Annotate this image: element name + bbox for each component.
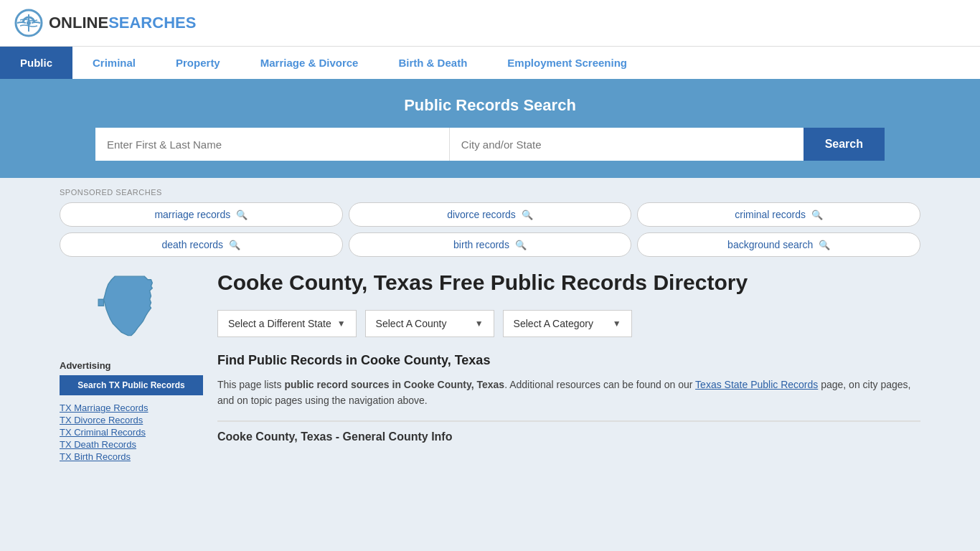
- page-title: Cooke County, Texas Free Public Records …: [217, 270, 920, 296]
- nav-property[interactable]: Property: [156, 47, 240, 79]
- category-dropdown-label: Select A Category: [514, 318, 593, 329]
- sidebar-link-marriage[interactable]: TX Marriage Records: [60, 402, 203, 413]
- find-text-part2: . Additional resources can be found on o…: [504, 379, 695, 390]
- sponsored-criminal[interactable]: criminal records 🔍: [637, 202, 920, 227]
- dropdowns-row: Select a Different State ▼ Select A Coun…: [217, 310, 920, 337]
- nav-birth-death[interactable]: Birth & Death: [378, 47, 487, 79]
- hero-section: Public Records Search Search: [0, 79, 980, 178]
- sponsored-birth-label: birth records: [453, 239, 509, 250]
- sidebar-links: TX Marriage Records TX Divorce Records T…: [60, 402, 203, 462]
- sidebar-ad-button[interactable]: Search TX Public Records: [60, 375, 203, 395]
- category-dropdown[interactable]: Select A Category ▼: [503, 310, 632, 337]
- hero-title: Public Records Search: [14, 96, 966, 115]
- search-bar: Search: [95, 128, 885, 161]
- sponsored-death-label: death records: [162, 239, 224, 250]
- advertising-label: Advertising: [60, 360, 203, 371]
- find-records-text: This page lists public record sources in…: [217, 377, 920, 409]
- nav-employment[interactable]: Employment Screening: [487, 47, 647, 79]
- sidebar-link-birth[interactable]: TX Birth Records: [60, 451, 203, 462]
- logo-online: ONLINE: [49, 14, 108, 32]
- search-icon-5: 🔍: [515, 240, 527, 250]
- state-dropdown[interactable]: Select a Different State ▼: [217, 310, 357, 337]
- sponsored-background[interactable]: background search 🔍: [637, 232, 920, 257]
- state-dropdown-label: Select a Different State: [228, 318, 331, 329]
- sponsored-divorce-label: divorce records: [447, 209, 516, 220]
- sponsored-background-label: background search: [727, 239, 813, 250]
- main-content: Cooke County, Texas Free Public Records …: [217, 270, 920, 462]
- sidebar: Advertising Search TX Public Records TX …: [60, 270, 203, 462]
- search-icon-3: 🔍: [811, 209, 823, 220]
- sponsored-divorce[interactable]: divorce records 🔍: [349, 202, 632, 227]
- search-icon-4: 🔍: [229, 240, 240, 250]
- svg-point-2: [27, 21, 31, 25]
- sponsored-label: SPONSORED SEARCHES: [60, 188, 920, 197]
- search-icon-2: 🔍: [522, 209, 533, 220]
- sponsored-birth[interactable]: birth records 🔍: [349, 232, 632, 257]
- main-wrapper: SPONSORED SEARCHES marriage records 🔍 di…: [45, 188, 935, 462]
- content-layout: Advertising Search TX Public Records TX …: [60, 270, 920, 462]
- find-text-part1: This page lists: [217, 379, 284, 390]
- county-dropdown-label: Select A County: [376, 318, 447, 329]
- logo[interactable]: ONLINESEARCHES: [14, 9, 196, 37]
- site-header: ONLINESEARCHES: [0, 0, 980, 46]
- find-records-title: Find Public Records in Cooke County, Tex…: [217, 353, 920, 368]
- logo-icon: [14, 9, 43, 37]
- general-info-header: Cooke County, Texas - General County Inf…: [217, 420, 920, 443]
- sidebar-link-criminal[interactable]: TX Criminal Records: [60, 427, 203, 438]
- nav-criminal[interactable]: Criminal: [72, 47, 156, 79]
- sidebar-link-divorce[interactable]: TX Divorce Records: [60, 415, 203, 425]
- texas-map-svg: [92, 270, 171, 349]
- search-icon-6: 🔍: [819, 240, 830, 250]
- county-dropdown-arrow: ▼: [475, 319, 484, 329]
- name-input[interactable]: [95, 128, 450, 161]
- sponsored-grid: marriage records 🔍 divorce records 🔍 cri…: [60, 202, 920, 257]
- nav-marriage-divorce[interactable]: Marriage & Divorce: [240, 47, 379, 79]
- find-text-bold: public record sources in Cooke County, T…: [284, 379, 504, 390]
- sponsored-criminal-label: criminal records: [735, 209, 806, 220]
- location-input[interactable]: [450, 128, 804, 161]
- main-nav: Public Criminal Property Marriage & Divo…: [0, 46, 980, 79]
- category-dropdown-arrow: ▼: [613, 319, 621, 329]
- sponsored-marriage-label: marriage records: [154, 209, 230, 220]
- logo-text: ONLINESEARCHES: [49, 14, 196, 32]
- sponsored-death[interactable]: death records 🔍: [60, 232, 343, 257]
- logo-searches: SEARCHES: [108, 14, 196, 32]
- sidebar-link-death[interactable]: TX Death Records: [60, 439, 203, 450]
- nav-public[interactable]: Public: [0, 47, 72, 79]
- search-button[interactable]: Search: [804, 128, 885, 161]
- texas-state-link[interactable]: Texas State Public Records: [695, 379, 818, 390]
- texas-map: [60, 270, 203, 349]
- sponsored-marriage[interactable]: marriage records 🔍: [60, 202, 343, 227]
- search-icon-1: 🔍: [236, 209, 248, 220]
- state-dropdown-arrow: ▼: [337, 319, 346, 329]
- county-dropdown[interactable]: Select A County ▼: [365, 310, 494, 337]
